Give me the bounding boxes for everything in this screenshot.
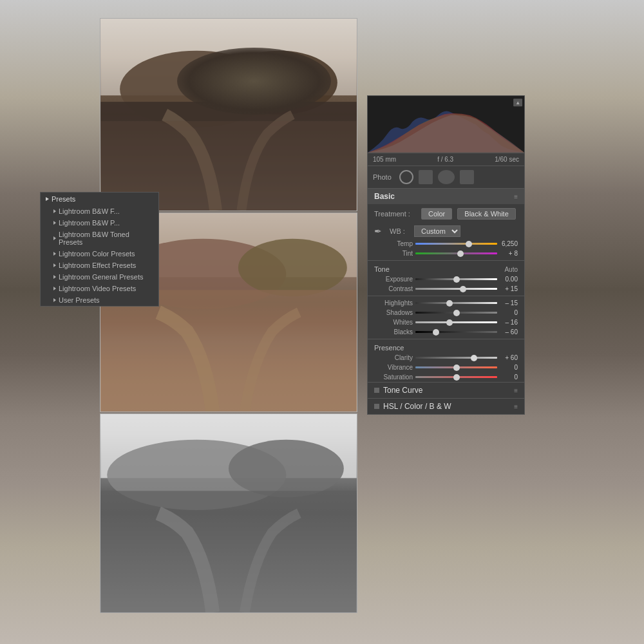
shadows-track[interactable] xyxy=(415,312,497,314)
vibrance-value: 0 xyxy=(500,364,518,371)
preset-item-general[interactable]: Lightroom General Presets xyxy=(41,271,158,283)
vibrance-slider-row: Vibrance 0 xyxy=(368,363,524,372)
histogram: ▲ xyxy=(368,96,524,153)
saturation-thumb[interactable] xyxy=(453,374,460,381)
spot-removal-icon[interactable] xyxy=(419,170,433,184)
crop-icon[interactable] xyxy=(399,170,413,184)
hsl-icon: ≡ xyxy=(514,403,518,410)
exposure-track[interactable] xyxy=(415,278,497,280)
svg-point-7 xyxy=(238,239,347,296)
preset-item-video[interactable]: Lightroom Video Presets xyxy=(41,283,158,294)
shutter-speed: 1/60 sec xyxy=(495,156,519,163)
preset-item-bw-toned[interactable]: Lightroom B&W Toned Presets xyxy=(41,229,158,248)
preset-item-effect[interactable]: Lightroom Effect Presets xyxy=(41,260,158,271)
exposure-label: Exposure xyxy=(374,276,413,283)
saturation-track[interactable] xyxy=(415,376,497,378)
preset-item-label: Lightroom Effect Presets xyxy=(59,261,136,269)
temp-track[interactable] xyxy=(415,243,497,245)
photo-label: Photo xyxy=(373,173,392,181)
vibrance-track[interactable] xyxy=(415,366,497,368)
bw-treatment-btn[interactable]: Black & White xyxy=(457,208,515,220)
shadows-label: Shadows xyxy=(374,309,413,316)
preset-item-bw-f[interactable]: Lightroom B&W F... xyxy=(41,205,158,217)
whites-thumb[interactable] xyxy=(446,319,453,326)
eyedropper-icon[interactable]: ✒ xyxy=(374,226,384,236)
blacks-label: Blacks xyxy=(374,328,413,336)
preset-expand-icon xyxy=(53,209,56,213)
temp-slider-row: Temp 6,250 xyxy=(368,239,524,249)
blacks-track[interactable] xyxy=(415,331,497,333)
preset-item-color[interactable]: Lightroom Color Presets xyxy=(41,248,158,260)
highlights-thumb[interactable] xyxy=(446,300,453,307)
basic-section-icon: ≡ xyxy=(514,193,518,200)
preset-expand-icon xyxy=(53,221,56,225)
graduated-filter-icon[interactable] xyxy=(460,170,474,184)
hsl-label: HSL / Color / B & W xyxy=(383,402,451,411)
tone-curve-icon: ≡ xyxy=(514,387,518,394)
clarity-value: + 60 xyxy=(500,354,518,361)
wb-select[interactable]: Custom xyxy=(414,225,460,237)
presence-label: Presence xyxy=(374,344,404,352)
exposure-slider-row: Exposure 0.00 xyxy=(368,274,524,284)
tone-curve-expand-icon xyxy=(374,388,379,393)
preset-item-label: Lightroom B&W P... xyxy=(59,219,120,227)
presets-label: Presets xyxy=(52,195,75,203)
whites-slider-row: Whites – 16 xyxy=(368,317,524,327)
redeye-icon[interactable] xyxy=(438,170,455,184)
saturation-value: 0 xyxy=(500,374,518,381)
camera-info-bar: 105 mm f / 6.3 1/60 sec xyxy=(368,153,524,166)
shadows-value: 0 xyxy=(500,309,518,316)
contrast-thumb[interactable] xyxy=(460,286,466,292)
svg-rect-8 xyxy=(100,290,356,412)
tone-label: Tone xyxy=(374,265,390,273)
color-treatment-btn[interactable]: Color xyxy=(421,208,452,220)
blacks-thumb[interactable] xyxy=(433,329,439,336)
tone-group-title: Tone Auto xyxy=(368,263,524,274)
preset-item-label: Lightroom Video Presets xyxy=(59,285,136,292)
basic-section-header[interactable]: Basic ≡ xyxy=(368,188,524,204)
tint-label: Tint xyxy=(374,250,413,257)
whites-track[interactable] xyxy=(415,321,497,323)
svg-text:▲: ▲ xyxy=(515,100,520,106)
preset-item-bw-p[interactable]: Lightroom B&W P... xyxy=(41,217,158,229)
presets-expand-icon xyxy=(46,197,49,201)
saturation-label: Saturation xyxy=(374,374,413,381)
contrast-label: Contrast xyxy=(374,285,413,292)
contrast-slider-row: Contrast + 15 xyxy=(368,284,524,294)
exposure-thumb[interactable] xyxy=(453,276,460,283)
clarity-label: Clarity xyxy=(374,354,413,361)
preset-item-label: User Presets xyxy=(59,296,100,304)
photo-top xyxy=(100,18,357,211)
svg-rect-12 xyxy=(100,491,356,612)
preset-expand-icon xyxy=(53,252,56,256)
hsl-expand-icon xyxy=(374,404,379,409)
clarity-thumb[interactable] xyxy=(471,355,477,361)
preset-item-label: Lightroom Color Presets xyxy=(59,250,135,258)
contrast-track[interactable] xyxy=(415,288,497,290)
preset-expand-icon xyxy=(53,236,56,240)
hsl-section-header[interactable]: HSL / Color / B & W ≡ xyxy=(368,398,524,414)
tone-curve-header[interactable]: Tone Curve ≡ xyxy=(368,382,524,398)
preset-expand-icon xyxy=(53,263,56,267)
highlights-track[interactable] xyxy=(415,302,497,304)
temp-thumb[interactable] xyxy=(466,241,472,247)
tone-auto-btn[interactable]: Auto xyxy=(504,266,518,273)
presence-group-title: Presence xyxy=(368,341,524,353)
highlights-slider-row: Highlights – 15 xyxy=(368,298,524,308)
tint-track[interactable] xyxy=(415,252,497,254)
develop-panel: ▲ 105 mm f / 6.3 1/60 sec Photo Basic ≡ … xyxy=(367,95,525,415)
preset-expand-icon xyxy=(53,298,56,302)
aperture: f / 6.3 xyxy=(437,156,453,163)
whites-label: Whites xyxy=(374,319,413,326)
treatment-row: Treatment : Color Black & White xyxy=(368,204,524,223)
tone-curve-label: Tone Curve xyxy=(383,386,422,395)
shadows-thumb[interactable] xyxy=(453,310,460,316)
svg-point-11 xyxy=(229,440,344,497)
tint-thumb[interactable] xyxy=(457,251,464,257)
divider-2 xyxy=(368,296,524,296)
tint-slider-row: Tint + 8 xyxy=(368,249,524,258)
temp-value: 6,250 xyxy=(500,240,518,247)
vibrance-thumb[interactable] xyxy=(453,365,460,371)
preset-item-user[interactable]: User Presets xyxy=(41,294,158,306)
clarity-track[interactable] xyxy=(415,357,497,359)
